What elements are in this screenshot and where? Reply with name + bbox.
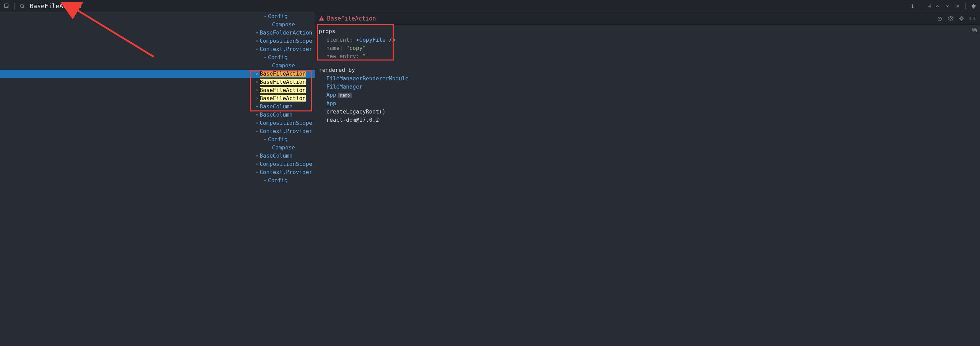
chevron-down-icon[interactable]: [255, 170, 259, 174]
prop-key: name: [326, 45, 340, 51]
tree-label: BaseFileAction: [260, 70, 306, 78]
prop-row[interactable]: name: copy: [319, 44, 975, 52]
tree-label: BaseFileAction: [260, 94, 306, 102]
chevron-down-icon[interactable]: [263, 179, 267, 183]
chevron-right-icon[interactable]: [255, 96, 259, 100]
tree-arrow-none: [267, 146, 271, 150]
prop-row[interactable]: new entry:: [319, 52, 975, 61]
tree-label: Compose: [272, 144, 295, 152]
chevron-down-icon[interactable]: [255, 105, 259, 109]
chevron-down-icon[interactable]: [255, 39, 259, 43]
tree-label: CompositionScope: [260, 119, 312, 127]
chevron-down-icon[interactable]: [255, 121, 259, 125]
rendered-by-label: createLegacyRoot(): [326, 108, 385, 115]
tree-row[interactable]: Context.Provider: [0, 168, 315, 176]
tree-label: BaseFolderAction: [260, 29, 312, 37]
settings-icon[interactable]: [969, 2, 977, 10]
rendered-by-item[interactable]: App: [326, 99, 975, 108]
chevron-down-icon[interactable]: [255, 113, 259, 117]
warning-icon: [319, 16, 324, 21]
tree-label: BaseColumn: [260, 102, 293, 111]
tree-label: Context.Provider: [260, 127, 312, 136]
memo-badge: Memo: [338, 92, 352, 98]
rendered-by-item[interactable]: FileManager: [326, 83, 975, 91]
tree-row[interactable]: Compose: [0, 21, 315, 29]
chevron-down-icon[interactable]: [255, 129, 259, 133]
chevron-down-icon[interactable]: [255, 31, 259, 35]
tree-arrow-none: [267, 22, 271, 27]
chevron-down-icon[interactable]: [255, 162, 259, 166]
tree-row[interactable]: Config: [0, 53, 315, 62]
chevron-down-icon[interactable]: [255, 154, 259, 158]
tree-row[interactable]: BaseFileAction: [0, 78, 315, 86]
chevron-down-icon[interactable]: [263, 56, 267, 59]
match-total: 4: [928, 3, 931, 9]
tree-row[interactable]: Config: [0, 176, 315, 185]
rendered-by-item[interactable]: FileManagerRendererModule: [326, 75, 975, 83]
chevron-right-icon[interactable]: [255, 80, 259, 84]
search-wrap: [29, 2, 909, 10]
toolbar-divider: [965, 2, 966, 10]
detail-title: BaseFileAction: [327, 15, 376, 22]
chevron-down-icon[interactable]: [263, 137, 267, 142]
rendered-by-label: App: [326, 100, 336, 107]
component-detail-panel: BaseFileAction props element: <CopyFile …: [315, 12, 980, 346]
tree-row[interactable]: BaseFileAction: [0, 86, 315, 94]
prop-key: new entry: [326, 53, 356, 59]
select-element-icon[interactable]: [3, 2, 11, 10]
tree-label: BaseFileAction: [260, 78, 306, 86]
tree-row[interactable]: BaseFileAction: [0, 70, 315, 78]
search-icon: [18, 2, 26, 10]
tree-label: Context.Provider: [260, 45, 312, 53]
tree-row[interactable]: BaseColumn: [0, 111, 315, 119]
tree-row[interactable]: BaseFolderAction: [0, 29, 315, 37]
chevron-down-icon[interactable]: [255, 47, 259, 51]
tree-label: CompositionScope: [260, 160, 312, 168]
component-tree[interactable]: ConfigComposeBaseFolderActionComposition…: [0, 12, 315, 346]
suspense-timer-icon[interactable]: [935, 14, 944, 22]
rendered-by-list: FileManagerRendererModuleFileManagerAppM…: [319, 75, 975, 124]
tree-row[interactable]: CompositionScope: [0, 160, 315, 168]
tree-row[interactable]: CompositionScope: [0, 119, 315, 127]
chevron-right-icon[interactable]: [255, 72, 259, 76]
devtools-toolbar: 1 | 4: [0, 0, 980, 12]
rendered-by-label: FileManager: [326, 83, 363, 90]
tree-label: CompositionScope: [260, 37, 312, 45]
prop-row[interactable]: element: <CopyFile />: [319, 36, 975, 44]
debug-icon[interactable]: [958, 14, 966, 22]
tree-row[interactable]: BaseColumn: [0, 152, 315, 160]
search-input[interactable]: [30, 2, 908, 10]
rendered-by-label: react-dom@17.0.2: [326, 116, 379, 123]
inspect-dom-icon[interactable]: [947, 14, 955, 22]
prop-value: [363, 53, 369, 59]
rendered-by-label: FileManagerRendererModule: [326, 75, 409, 82]
tree-row[interactable]: Context.Provider: [0, 127, 315, 136]
close-search-icon[interactable]: [954, 2, 962, 10]
chevron-right-icon[interactable]: [255, 88, 259, 92]
tree-label: Compose: [272, 62, 295, 70]
tree-row[interactable]: BaseColumn: [0, 102, 315, 111]
next-match-icon[interactable]: [943, 2, 951, 10]
rendered-by-item[interactable]: AppMemo: [326, 91, 975, 99]
tree-row[interactable]: CompositionScope: [0, 37, 315, 45]
tree-row[interactable]: BaseFileAction: [0, 94, 315, 102]
tree-label: Context.Provider: [260, 168, 312, 176]
tree-arrow-none: [267, 64, 271, 68]
copy-icon[interactable]: [972, 27, 977, 33]
tree-row[interactable]: Config: [0, 136, 315, 144]
toolbar-divider: [14, 2, 15, 10]
tree-row[interactable]: Compose: [0, 144, 315, 152]
match-count: 1 | 4: [911, 3, 931, 9]
detail-body: props element: <CopyFile />name: copynew…: [315, 25, 980, 129]
tree-row[interactable]: Context.Provider: [0, 45, 315, 53]
view-source-icon[interactable]: [968, 14, 977, 22]
rendered-section-label: rendered by: [319, 67, 975, 73]
rendered-by-item: react-dom@17.0.2: [326, 116, 975, 124]
tree-row[interactable]: Compose: [0, 62, 315, 70]
chevron-down-icon[interactable]: [263, 14, 267, 19]
tree-row[interactable]: Config: [0, 12, 315, 21]
tree-label: BaseFileAction: [260, 86, 306, 94]
svg-point-1: [21, 4, 24, 7]
prev-match-icon[interactable]: [933, 2, 942, 10]
tree-label: Config: [268, 136, 288, 144]
